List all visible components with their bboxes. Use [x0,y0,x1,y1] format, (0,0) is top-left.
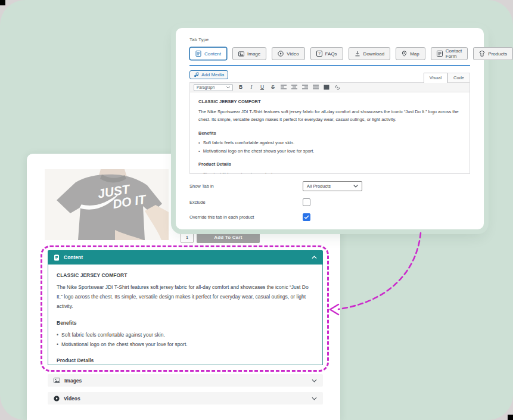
editor-content-area[interactable]: CLASSIC JERSEY COMFORT The Nike Sportswe… [189,92,470,174]
checkmark-icon [304,215,309,219]
align-right-icon[interactable] [302,85,308,90]
chevron-down-icon [353,185,358,188]
details-title: Product Details [198,160,461,169]
videos-icon [54,396,60,402]
underline-button[interactable]: U [259,85,265,90]
content-heading: CLASSIC JERSEY COMFORT [57,270,314,280]
tab-type-products[interactable]: Products [473,47,513,60]
tshirt-photo-illustration: JUST DO IT [45,169,169,240]
page-canvas: JUST DO IT 1 Add To Cart Content [0,0,513,420]
tab-editor-card: Tab Type Content Image [176,28,484,229]
paragraph-style-dropdown[interactable]: Paragraph [194,84,233,91]
link-icon[interactable] [334,85,340,91]
add-media-label: Add Media [201,72,224,77]
product-image: JUST DO IT [45,169,169,240]
chevron-up-icon [312,256,317,259]
tab-label: Map [410,51,419,57]
tab-type-video[interactable]: Video [272,47,304,60]
benefits-title: Benefits [57,318,314,328]
content-accordion-label: Content [64,254,83,260]
content-accordion-body: CLASSIC JERSEY COMFORT The Nike Sportswe… [48,265,323,365]
exclude-label: Exclude [189,200,303,205]
content-accordion: Content CLASSIC JERSEY COMFORT The Nike … [48,250,323,365]
details-list: Standard fit for a relaxed, easy feelFab… [198,170,461,175]
override-checkbox[interactable] [303,213,310,221]
add-media-icon [194,72,199,77]
justify-icon[interactable] [313,85,319,90]
align-left-icon[interactable] [281,85,287,90]
tab-type-download[interactable]: Download [349,47,391,60]
content-accordion-header[interactable]: Content [48,250,323,265]
svg-text:?: ? [318,51,321,55]
content-paragraph: The Nike Sportswear JDI T-Shirt features… [198,108,461,124]
tab-type-content[interactable]: Content [189,47,227,60]
align-center-icon[interactable] [291,85,297,90]
tab-type-faqs[interactable]: ? FAQs [310,47,343,60]
visual-tab[interactable]: Visual [424,73,447,83]
list-item: Standard fit for a relaxed, easy feel [198,170,461,175]
images-icon [54,378,60,383]
show-tab-in-select[interactable]: All Products [303,181,362,191]
tab-label: Content [204,51,221,57]
content-paragraph: The Nike Sportswear JDI T-Shirt features… [57,282,314,311]
tab-label: FAQs [325,51,337,57]
benefits-title: Benefits [198,129,461,138]
videos-accordion-label: Videos [64,396,80,402]
corner-mark-top-left [0,0,5,5]
details-title: Product Details [57,356,314,365]
italic-button[interactable]: I [248,85,254,90]
add-media-button[interactable]: Add Media [189,70,228,79]
tab-label: Image [247,51,260,57]
editor-mode-tabs: Visual Code [424,73,470,82]
images-accordion-label: Images [64,378,82,384]
tab-type-map[interactable]: Map [396,47,425,60]
content-heading: CLASSIC JERSEY COMFORT [198,98,461,106]
list-item: Soft fabric feels comfortable against yo… [57,330,314,340]
images-accordion-header[interactable]: Images [48,374,323,387]
show-tab-in-value: All Products [307,183,331,189]
image-icon [238,51,244,57]
faqs-icon: ? [316,51,322,57]
tab-type-label: Tab Type [189,37,470,42]
paragraph-dropdown-label: Paragraph [197,85,214,89]
content-icon [195,51,201,57]
list-item: Motivational logo on the chest shows you… [57,340,314,349]
list-item: Motivational logo on the chest shows you… [198,147,461,155]
chevron-down-icon [312,397,317,400]
tab-label: Download [363,51,385,57]
contact-form-icon [437,51,443,57]
tab-type-contact-form[interactable]: Contact Form [431,47,468,60]
tab-type-selector: Content Image Video ? [189,47,470,60]
bold-button[interactable]: B [238,85,244,90]
corner-mark-bottom-right [508,415,513,420]
map-icon [402,51,407,57]
videos-accordion-header[interactable]: Videos [48,392,323,405]
products-icon [479,51,485,57]
divider [189,65,470,66]
benefits-list: Soft fabric feels comfortable against yo… [198,139,461,155]
override-label: Override this tab in each product [189,214,303,220]
download-icon [355,51,360,57]
list-item: Soft fabric feels comfortable against yo… [198,139,461,147]
tab-label: Video [287,51,299,57]
insert-block-icon[interactable] [324,85,329,90]
quantity-input[interactable]: 1 [181,232,194,243]
show-tab-in-label: Show Tab in [189,183,303,189]
tab-label: Contact Form [446,48,462,59]
strikethrough-button[interactable]: S [270,85,276,90]
tab-type-image[interactable]: Image [232,47,266,60]
tab-label: Products [488,51,507,57]
add-to-cart-button[interactable]: Add To Cart [197,232,260,243]
video-icon [278,51,284,57]
content-doc-icon [54,254,60,261]
benefits-list: Soft fabric feels comfortable against yo… [57,330,314,349]
chevron-down-icon [226,86,230,89]
code-tab[interactable]: Code [447,73,470,82]
exclude-checkbox[interactable] [303,198,310,206]
chevron-down-icon [312,379,317,382]
editor-toolbar: Paragraph B I U S [189,82,470,92]
